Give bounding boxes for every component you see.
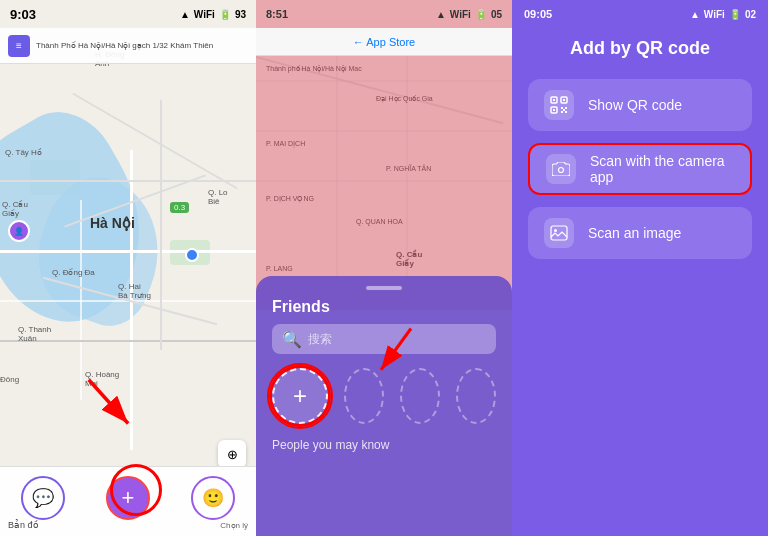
district-label: Q. Đống Đa (52, 268, 95, 277)
svg-rect-11 (565, 107, 567, 109)
scan-image-label: Scan an image (588, 225, 681, 241)
chat-button[interactable]: 💬 (21, 476, 65, 520)
wifi-icon-3: WiFi (704, 9, 725, 20)
district-label: Q. ThanhXuân (18, 325, 51, 343)
location-text: Thành Phố Hà Nội/Hà Nội gạch 1/32 Khám T… (36, 41, 248, 50)
svg-rect-13 (565, 111, 567, 113)
qr-panel: 09:05 ▲ WiFi 🔋 02 Add by QR code (512, 0, 768, 536)
wifi-icon-2: WiFi (450, 9, 471, 20)
road (0, 250, 256, 253)
status-icons-2: ▲ WiFi 🔋 05 (436, 9, 502, 20)
district-label: Đông (0, 375, 19, 384)
route-badge: 0.3 (170, 202, 189, 213)
qr-screen-title: Add by QR code (512, 28, 768, 79)
camera-icon (546, 154, 576, 184)
road (0, 180, 256, 182)
district-label: Q. CầuGiấy (2, 200, 28, 218)
emoji-button[interactable]: 🙂 (191, 476, 235, 520)
user-avatar-map: 👤 (8, 220, 30, 242)
signal-icon-3: ▲ (690, 9, 700, 20)
appstore-link: ← App Store (353, 36, 415, 48)
search-icon-2: 🔍 (282, 330, 302, 349)
user-location-dot (185, 248, 199, 262)
map-link: Chọn lý (220, 521, 248, 530)
search-placeholder: 搜索 (308, 331, 332, 348)
scan-camera-option[interactable]: Scan with the camera app (528, 143, 752, 195)
district-label: Q. LoBiê (208, 188, 228, 206)
signal-icon: ▲ (180, 9, 190, 20)
battery-level-2: 05 (491, 9, 502, 20)
battery-icon: 🔋 (219, 9, 231, 20)
svg-rect-12 (561, 111, 563, 113)
sheet-handle (366, 286, 402, 290)
svg-line-3 (381, 329, 411, 370)
red-arrow-indicator-2 (366, 321, 426, 381)
status-bar: 9:03 ▲ WiFi 🔋 93 (0, 0, 256, 28)
svg-rect-9 (553, 109, 555, 111)
appstore-bar[interactable]: ← App Store (256, 28, 512, 56)
wifi-icon: WiFi (194, 9, 215, 20)
qr-options-list: Show QR code Scan with the camera app (512, 79, 768, 259)
scan-camera-label: Scan with the camera app (590, 153, 734, 185)
add-button[interactable]: + (106, 476, 150, 520)
red-highlight-box-2 (267, 363, 333, 429)
layers-icon[interactable]: ≡ (8, 35, 30, 57)
friends-panel: Thành phố Hà Nội/Hà Nội Mac Đại Học Quốc… (256, 0, 512, 536)
svg-rect-14 (563, 109, 565, 111)
status-bar-2: 8:51 ▲ WiFi 🔋 05 (256, 0, 512, 28)
svg-line-1 (89, 380, 128, 424)
map-tab-label: Bản đồ (8, 520, 39, 530)
location-bar[interactable]: ≡ Thành Phố Hà Nội/Hà Nội gạch 1/32 Khám… (0, 28, 256, 64)
svg-rect-16 (551, 226, 567, 240)
signal-icon-2: ▲ (436, 9, 446, 20)
status-time-2: 8:51 (266, 8, 288, 20)
battery-icon-3: 🔋 (729, 9, 741, 20)
show-qr-label: Show QR code (588, 97, 682, 113)
map-panel: H. ĐôngAnh Q. Tây Hồ Q. CầuGiấy Q. Đống … (0, 0, 256, 536)
svg-rect-5 (553, 99, 555, 101)
scan-image-option[interactable]: Scan an image (528, 207, 752, 259)
svg-rect-10 (561, 107, 563, 109)
status-icons: ▲ WiFi 🔋 93 (180, 9, 246, 20)
status-time: 9:03 (10, 7, 36, 22)
status-bar-3: 09:05 ▲ WiFi 🔋 02 (512, 0, 768, 28)
red-arrow-indicator (80, 371, 150, 441)
svg-point-17 (554, 229, 557, 232)
qr-code-icon (544, 90, 574, 120)
battery-level: 93 (235, 9, 246, 20)
spacer (528, 133, 752, 141)
image-icon (544, 218, 574, 248)
friends-title: Friends (272, 298, 330, 316)
road (80, 200, 82, 400)
district-label: Q. Tây Hồ (5, 148, 42, 157)
status-time-3: 09:05 (524, 8, 552, 20)
road (160, 100, 162, 350)
empty-avatar-3 (456, 368, 496, 424)
battery-icon-2: 🔋 (475, 9, 487, 20)
locate-button[interactable]: ⊕ (218, 440, 246, 468)
add-friend-container: + (272, 368, 328, 424)
friends-sheet: Friends 🔍 搜索 + People you may know (256, 276, 512, 536)
show-qr-option[interactable]: Show QR code (528, 79, 752, 131)
battery-level-3: 02 (745, 9, 756, 20)
status-icons-3: ▲ WiFi 🔋 02 (690, 9, 756, 20)
spacer (528, 197, 752, 205)
svg-point-15 (559, 168, 564, 173)
map-background: H. ĐôngAnh Q. Tây Hồ Q. CầuGiấy Q. Đống … (0, 0, 256, 536)
svg-rect-7 (563, 99, 565, 101)
district-label: Q. HaiBà Trưng (118, 282, 151, 300)
city-name: Hà Nội (90, 215, 135, 231)
people-you-know-text: People you may know (272, 438, 389, 452)
